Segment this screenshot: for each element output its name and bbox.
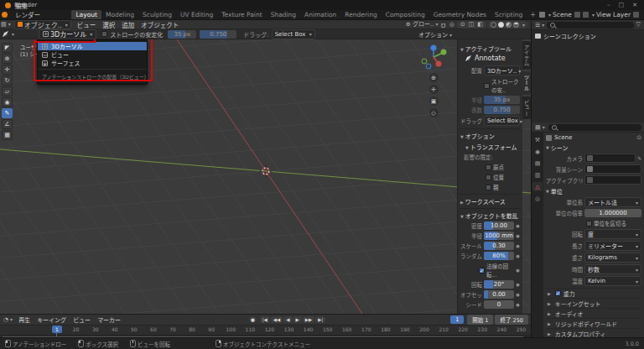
orientation-gizmo[interactable] <box>418 42 449 70</box>
properties-editor-icon[interactable]: ▤▾ <box>534 123 546 132</box>
outliner-item-scene-collection[interactable]: シーンコレクション <box>532 30 644 42</box>
tab-output-properties[interactable]: ▤ <box>532 159 543 168</box>
prev-keyframe-button[interactable]: ◀◀ <box>271 316 283 323</box>
timeline-editor-icon[interactable]: ◔▾ <box>3 315 13 324</box>
workspace-tab[interactable]: Rendering <box>340 10 381 19</box>
select-box-tool-button[interactable]: ◤ <box>2 43 13 53</box>
animate-dot[interactable]: ● <box>516 302 520 307</box>
sidebar-tab[interactable]: アイテム <box>522 41 531 70</box>
stabilize-checkbox[interactable] <box>101 31 107 37</box>
animate-dot[interactable]: ● <box>516 243 520 248</box>
gravity-section-header[interactable]: ▶重力 <box>546 288 641 298</box>
zoom-view-icon[interactable]: ⊕ <box>429 73 439 82</box>
transform-tool-button[interactable]: ◉ <box>2 97 13 107</box>
mode-dropdown[interactable]: オブジェク.. ▾ <box>14 20 71 29</box>
scatter-rotation-slider[interactable]: 20° <box>484 280 514 289</box>
workspace-tab[interactable]: Layout <box>71 10 101 19</box>
xray-toggle-icon[interactable]: ◧ <box>476 21 484 29</box>
menu-item-3d-cursor[interactable]: ✛ 3Dカーソル <box>38 42 147 50</box>
perspective-toggle-icon[interactable]: ◇ <box>429 108 439 117</box>
annotate-tool-button[interactable]: ✎ <box>2 108 13 118</box>
proportional-edit-icon[interactable]: ◎ <box>449 21 455 29</box>
editor-type-icon[interactable]: ▧▾ <box>0 20 12 29</box>
placement-dropdown-button[interactable]: ✛ 3Dカーソル ▾ <box>39 29 96 39</box>
workspace-tab[interactable]: Animation <box>300 10 340 19</box>
tab-tool-properties[interactable]: ⚒ <box>532 135 543 144</box>
audio-section-header[interactable]: ▶オーディオ <box>546 308 641 318</box>
record-button[interactable]: ● <box>249 316 257 323</box>
workspace-tab[interactable]: Texture Paint <box>217 10 266 19</box>
measure-tool-button[interactable]: ∠ <box>2 119 13 129</box>
sidebar-tab[interactable]: ビュー <box>522 96 531 120</box>
snap-magnet-icon[interactable]: Ω <box>440 21 446 29</box>
keying-sets-section-header[interactable]: ▶キーイングセット <box>546 298 641 308</box>
jump-to-end-button[interactable]: ▶| <box>315 316 325 323</box>
active-tool-icon-dropdown[interactable]: ▾ <box>0 31 17 37</box>
scene-selector[interactable]: ▾ Scene <box>539 11 572 18</box>
pin-icon[interactable]: ⊙ <box>636 134 641 141</box>
stabilize-radius-slider[interactable]: 35 px <box>168 30 196 39</box>
tab-scene-properties[interactable]: △ <box>532 182 543 191</box>
timeline-menu-item[interactable]: マーカー <box>94 317 124 324</box>
outliner-filter-icon[interactable]: ▽ <box>636 21 641 29</box>
animate-dot[interactable]: ● <box>516 282 520 287</box>
new-view-layer-icon[interactable] <box>633 12 639 18</box>
animate-dot[interactable]: ● <box>516 223 520 228</box>
temperature-unit-dropdown[interactable]: Kelvin▾ <box>584 276 641 286</box>
background-scene-field[interactable] <box>584 164 641 174</box>
viewport-menu-item[interactable]: 選択 <box>99 22 118 29</box>
tab-world-properties[interactable]: ◎ <box>532 194 543 203</box>
shading-wireframe-icon[interactable] <box>491 22 496 28</box>
sidebar-placement-dropdown[interactable]: 3Dカーソ..▾ <box>484 65 520 76</box>
tab-render-properties[interactable]: ◉ <box>532 147 543 156</box>
animate-dot[interactable]: ● <box>516 253 520 258</box>
timeline-menu-item[interactable]: 再生 <box>15 317 34 324</box>
unit-system-dropdown[interactable]: メートル法▾ <box>584 197 641 207</box>
timeline-menu-item[interactable]: キーイング <box>34 317 70 324</box>
jump-to-start-button[interactable]: |◀ <box>260 316 270 323</box>
rotate-tool-button[interactable]: ↻ <box>2 76 13 86</box>
timeline-ruler[interactable]: 1 10203040506070809010011012013014015016… <box>0 326 531 336</box>
transform-subsection-header[interactable]: ▼トランスフォーム <box>465 143 520 151</box>
viewport-menu-item[interactable]: オブジェクト <box>138 22 182 29</box>
workspace-tab[interactable]: Modeling <box>101 10 138 19</box>
menu-item-view[interactable]: ▭ ビュー <box>38 50 147 59</box>
move-view-icon[interactable]: ✛ <box>429 85 439 94</box>
menu-item[interactable]: 編集 <box>11 3 32 10</box>
scene-section-header[interactable]: ▼シーン <box>546 143 641 152</box>
menu-item-surface[interactable]: ◒ サーフェス <box>38 59 147 67</box>
stabilize-factor-slider[interactable]: 0.750 <box>200 30 236 39</box>
scale-tool-button[interactable]: ▱ <box>2 86 13 96</box>
move-tool-button[interactable]: ✛ <box>2 65 13 75</box>
workspace-tab[interactable]: UV Editing <box>176 10 217 19</box>
menu-item[interactable]: ファイル <box>11 0 44 1</box>
workspace-tab[interactable]: Scripting <box>491 10 527 19</box>
maximize-button[interactable]: □ <box>619 2 625 8</box>
blender-menu-icon[interactable] <box>2 12 8 18</box>
scatter-offset-slider[interactable]: 0.00 <box>484 290 514 299</box>
active-tool-section-header[interactable]: ▼アクティブツール <box>460 44 520 53</box>
scatter-rotate-normal-checkbox[interactable] <box>479 268 485 273</box>
timeline-menu-item[interactable]: ビュー <box>70 317 94 324</box>
workspace-section-header[interactable]: ▶ワークスペース <box>460 194 520 206</box>
affect-checkbox[interactable] <box>486 185 491 190</box>
length-unit-dropdown[interactable]: ミリメーター▾ <box>584 241 641 251</box>
outliner-editor-icon[interactable]: ☰▾ <box>534 21 545 29</box>
current-frame-field[interactable]: 1 <box>450 315 464 324</box>
unit-scale-field[interactable]: 1.000000 <box>584 209 641 217</box>
tool-options-dropdown[interactable]: オプション▾ <box>418 30 452 39</box>
sidebar-factor-slider[interactable]: 0.750 <box>484 106 520 114</box>
gizmo-toggle-icon[interactable]: ⊙ <box>460 21 466 29</box>
new-scene-icon[interactable] <box>574 12 580 18</box>
viewport-3d[interactable]: ユーザー視点 (1) シーンコレクション ◤ ⊕ ✛ ↻ ▱ ◉ ✎ ∠ <box>0 39 531 314</box>
next-keyframe-button[interactable]: ▶▶ <box>303 316 314 323</box>
properties-search-input[interactable] <box>548 124 641 131</box>
sidebar-drag-dropdown[interactable]: Select Box▾ <box>484 116 520 126</box>
viewport-menu-item[interactable]: ビュー <box>74 22 100 29</box>
tab-view-layer-properties[interactable]: ▥ <box>532 170 543 180</box>
workspace-tab[interactable]: Geometry Nodes <box>429 10 491 19</box>
sidebar-tab[interactable]: ツール <box>522 71 531 95</box>
affect-checkbox[interactable] <box>486 174 491 180</box>
add-workspace-button[interactable]: + <box>527 11 539 18</box>
custom-properties-section-header[interactable]: ▶カスタムプロパティ <box>546 328 641 337</box>
